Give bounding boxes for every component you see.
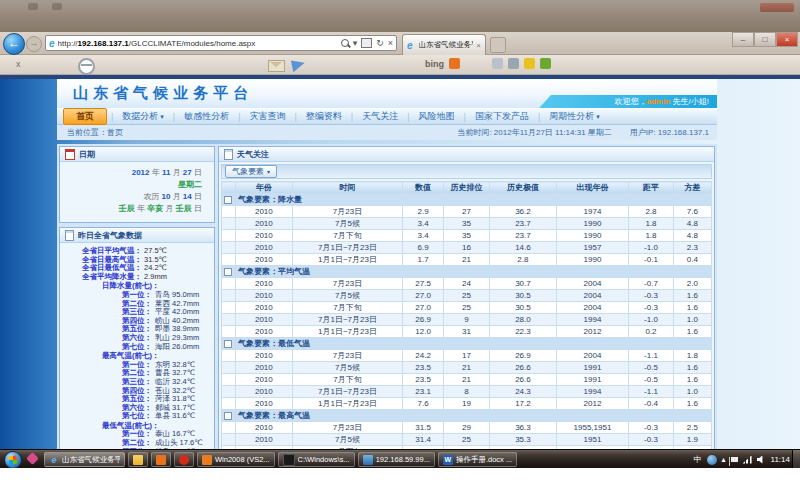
header-checkbox-cell bbox=[222, 182, 236, 194]
table-row[interactable]: 20101月1日~7月23日1.7212.81990-0.10.4 bbox=[222, 254, 712, 266]
tab-title: 山东省气候业务平... bbox=[419, 40, 474, 50]
network-icon[interactable] bbox=[743, 456, 752, 464]
taskbar-ie-window[interactable]: e山东省气候业务平... bbox=[44, 452, 125, 467]
toolbar-addon-icon[interactable] bbox=[524, 58, 535, 69]
weather-focus-body: 气象要素 ▾ 年份时间数值历史排位历史极值出现年份距平方差 气象要素：降水量20… bbox=[219, 162, 714, 449]
table-row[interactable]: 20107月23日31.52936.31955,1951-0.32.5 bbox=[222, 422, 712, 434]
web-page: 山东省气候业务平台 欢迎您，admin 先生/小姐! 首页|数据分析 ▾|敏感性… bbox=[0, 75, 800, 449]
table-row[interactable]: 20107月23日24.21726.92004-1.11.8 bbox=[222, 350, 712, 362]
group-checkbox[interactable] bbox=[224, 340, 232, 348]
vm-icon bbox=[202, 455, 212, 465]
table-row[interactable]: 20101月1日~7月23日12.03122.320120.21.6 bbox=[222, 326, 712, 338]
compatibility-view-icon[interactable] bbox=[361, 38, 372, 48]
send-icon[interactable] bbox=[291, 58, 306, 72]
group-checkbox[interactable] bbox=[224, 268, 232, 276]
show-desktop-button[interactable] bbox=[792, 450, 800, 469]
column-header: 历史排位 bbox=[443, 182, 489, 194]
table-row[interactable]: 20107月23日2.92736.219742.87.6 bbox=[222, 206, 712, 218]
chevron-down-icon: ▾ bbox=[158, 113, 163, 120]
minimize-button[interactable]: – bbox=[732, 32, 754, 47]
refresh-icon[interactable]: ↻ bbox=[376, 38, 384, 48]
taskbar-cmd-window[interactable]: C:\Windows\s... bbox=[278, 452, 355, 467]
language-indicator[interactable]: 中 bbox=[694, 454, 702, 465]
site-header: 山东省气候业务平台 欢迎您，admin 先生/小姐! bbox=[57, 79, 717, 108]
info-bar: 当前位置：首页 当前时间: 2012年11月27日 11:14:31 星期二 用… bbox=[57, 125, 717, 140]
group-checkbox[interactable] bbox=[224, 412, 232, 420]
search-icon[interactable] bbox=[341, 39, 349, 47]
search-dropdown-icon[interactable]: ▾ bbox=[353, 38, 358, 48]
nav-item-8[interactable]: 国家下发产品 bbox=[466, 110, 538, 123]
maximize-button[interactable]: □ bbox=[754, 32, 776, 47]
bing-logo[interactable]: bing bbox=[425, 59, 444, 69]
taskbar-media-app[interactable] bbox=[151, 452, 171, 467]
nav-item-3[interactable]: 敏感性分析 bbox=[175, 110, 238, 123]
table-row[interactable]: 20101月1日~7月23日7.61917.22012-0.41.6 bbox=[222, 398, 712, 410]
group-row: 气象要素：最低气温 bbox=[222, 338, 712, 350]
weather-panel-body: 全省日平均气温：27.5℃全省日最高气温：31.5℃全省日最低气温：24.2℃全… bbox=[60, 243, 214, 449]
action-center-icon[interactable] bbox=[731, 457, 738, 462]
tab-favicon: e bbox=[407, 40, 413, 51]
close-button[interactable]: × bbox=[776, 32, 798, 47]
taskbar-apps: e山东省气候业务平...Win2008 (VS2...C:\Windows\s.… bbox=[44, 451, 517, 468]
nav-item-6[interactable]: 天气关注 bbox=[353, 110, 407, 123]
toolbar-addon-icon[interactable] bbox=[449, 58, 460, 69]
word-icon: W bbox=[443, 455, 453, 465]
address-bar[interactable]: e http://192.168.137.1/GLCCLIMATE/module… bbox=[45, 35, 397, 51]
pinned-app-icon[interactable] bbox=[26, 452, 39, 465]
table-row[interactable]: 20107月1日~7月23日6.91614.61957-1.02.3 bbox=[222, 242, 712, 254]
back-button[interactable]: ← bbox=[3, 33, 25, 55]
tab-close-icon[interactable]: × bbox=[476, 41, 481, 50]
table-row[interactable]: 20107月下旬27.02530.52004-0.31.6 bbox=[222, 302, 712, 314]
table-row[interactable]: 20107月下旬3.43523.719901.84.8 bbox=[222, 230, 712, 242]
taskbar-win2008-window[interactable]: Win2008 (VS2... bbox=[197, 452, 275, 467]
current-time: 当前时间: 2012年11月27日 11:14:31 星期二 bbox=[457, 125, 611, 140]
nav-item-9[interactable]: 周期性分析 ▾ bbox=[540, 110, 608, 123]
table-row[interactable]: 20107月5候31.42535.31951-0.31.9 bbox=[222, 434, 712, 446]
nav-item-5[interactable]: 整编资料 bbox=[297, 110, 351, 123]
start-button[interactable] bbox=[4, 451, 22, 469]
media-red-icon bbox=[179, 455, 189, 465]
new-tab-button[interactable] bbox=[490, 37, 506, 53]
volume-icon[interactable] bbox=[757, 456, 766, 464]
weather-data-panel: 昨日全省气象数据 全省日平均气温：27.5℃全省日最高气温：31.5℃全省日最低… bbox=[59, 227, 215, 449]
remote-bar-close-button[interactable] bbox=[760, 3, 794, 12]
weather-focus-header: 天气关注 bbox=[219, 147, 714, 162]
table-row[interactable]: 20107月5候3.43523.719901.84.8 bbox=[222, 218, 712, 230]
top-bar-icon bbox=[28, 3, 38, 10]
taskbar-explorer-window[interactable] bbox=[128, 452, 148, 467]
mail-icon[interactable] bbox=[268, 60, 285, 72]
table-row[interactable]: 20107月5候23.52126.61991-0.51.6 bbox=[222, 362, 712, 374]
browser-tab[interactable]: e 山东省气候业务平... × bbox=[402, 34, 486, 55]
toolbar-addon-icon[interactable] bbox=[492, 58, 503, 69]
tray-expand-icon[interactable]: ▴ bbox=[722, 455, 726, 464]
chevron-down-icon: ▾ bbox=[594, 113, 599, 120]
stop-icon[interactable]: × bbox=[388, 38, 393, 48]
forward-button[interactable]: → bbox=[26, 36, 42, 52]
tray-app-icon[interactable] bbox=[707, 455, 717, 465]
browser-nav-bar: ← → e http://192.168.137.1/GLCCLIMATE/mo… bbox=[0, 32, 800, 55]
welcome-banner: 欢迎您，admin 先生/小姐! bbox=[539, 95, 717, 108]
clock[interactable]: 11:14 bbox=[771, 455, 790, 464]
nav-item-1[interactable]: 首页 bbox=[63, 108, 107, 125]
table-row[interactable]: 20107月1日~7月23日26.9928.01994-1.01.0 bbox=[222, 314, 712, 326]
table-row[interactable]: 20107月23日27.52430.72004-0.72.0 bbox=[222, 278, 712, 290]
taskbar-media-player[interactable] bbox=[174, 452, 194, 467]
column-header: 时间 bbox=[292, 182, 403, 194]
toolbar-addon-icon[interactable] bbox=[540, 58, 551, 69]
table-row[interactable]: 20107月1日~7月23日23.1824.31994-1.11.0 bbox=[222, 386, 712, 398]
taskbar-remote-desktop-window[interactable]: 192.168.59.99... bbox=[358, 452, 435, 467]
element-dropdown-button[interactable]: 气象要素 ▾ bbox=[225, 165, 277, 178]
group-row: 气象要素：平均气温 bbox=[222, 266, 712, 278]
group-checkbox[interactable] bbox=[224, 196, 232, 204]
table-row[interactable]: 20107月5候27.02530.52004-0.31.6 bbox=[222, 290, 712, 302]
nav-item-7[interactable]: 风险地图 bbox=[410, 110, 464, 123]
nav-item-4[interactable]: 灾害查询 bbox=[241, 110, 295, 123]
nav-item-2[interactable]: 数据分析 ▾ bbox=[113, 110, 172, 123]
toolbar-addon-icon[interactable] bbox=[508, 58, 519, 69]
addon-icon[interactable] bbox=[78, 58, 95, 75]
table-row[interactable]: 20107月下旬23.52126.61991-0.51.6 bbox=[222, 374, 712, 386]
date-panel-body: 2012 年 11 月 27 日星期二农历 10 月 14 日壬辰 年 辛亥 月… bbox=[60, 162, 214, 222]
date-line-1: 2012 年 11 月 27 日 bbox=[65, 167, 202, 179]
taskbar-word-document[interactable]: W操作手册.docx ... bbox=[438, 452, 517, 467]
addon-bar-close-icon[interactable]: x bbox=[16, 59, 21, 69]
